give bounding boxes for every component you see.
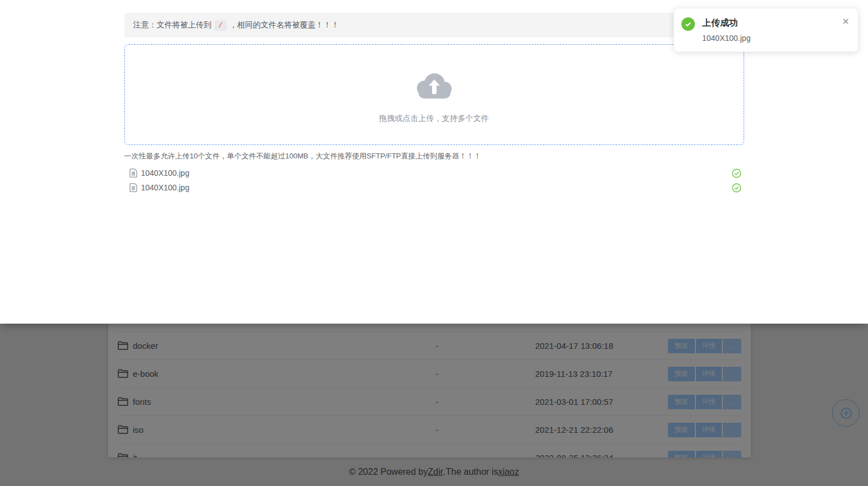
- upload-target-path: /: [215, 20, 227, 31]
- upload-success-check-icon: [732, 169, 741, 178]
- notification-message: 1040X100.jpg: [702, 34, 750, 43]
- upload-limit-tip: 一次性最多允许上传10个文件，单个文件不能超过100MB，大文件推荐使用SFTP…: [124, 151, 744, 161]
- document-icon: [129, 169, 137, 177]
- dropzone-hint-text: 拖拽或点击上传，支持多个文件: [379, 114, 489, 124]
- upload-warning-alert: 注意：文件将被上传到 / ，相同的文件名将被覆盖！！！: [124, 13, 744, 38]
- notification-title: 上传成功: [702, 16, 750, 30]
- upload-cloud-icon: [416, 73, 452, 99]
- notification-close-icon[interactable]: ✕: [841, 16, 851, 27]
- alert-text-prefix: 注意：文件将被上传到: [133, 20, 212, 30]
- uploaded-file-item[interactable]: 1040X100.jpg: [124, 180, 744, 195]
- success-check-icon: [681, 17, 695, 31]
- uploaded-file-item[interactable]: 1040X100.jpg: [124, 166, 744, 180]
- upload-success-notification: 上传成功 1040X100.jpg ✕: [674, 8, 858, 52]
- upload-success-check-icon: [732, 183, 741, 193]
- uploaded-file-list: 1040X100.jpg 1040X100.jpg: [124, 166, 744, 195]
- document-icon: [129, 183, 137, 192]
- alert-text-suffix: ，相同的文件名将被覆盖！！！: [229, 20, 339, 30]
- upload-dropzone[interactable]: 拖拽或点击上传，支持多个文件: [124, 44, 744, 145]
- uploaded-file-name: 1040X100.jpg: [141, 169, 189, 177]
- uploaded-file-name: 1040X100.jpg: [141, 183, 189, 192]
